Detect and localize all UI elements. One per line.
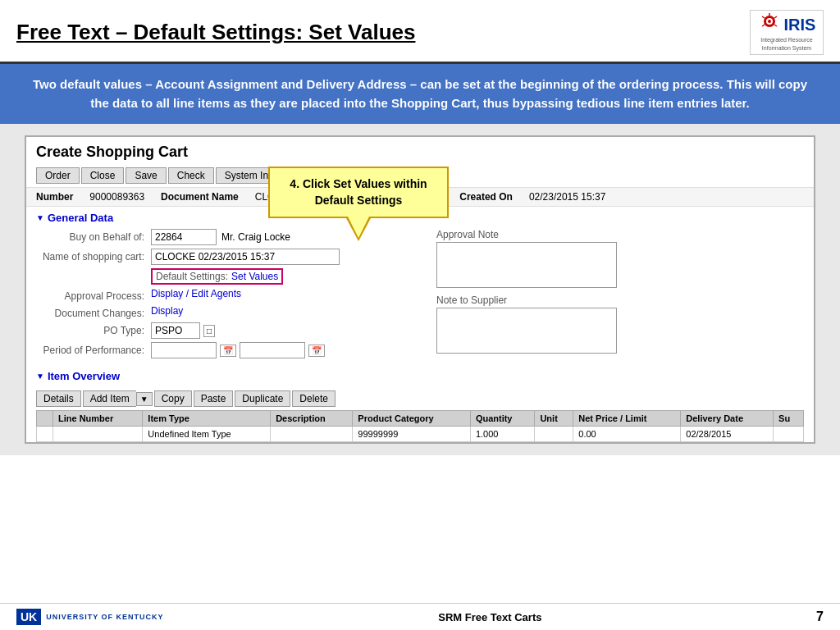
col-check — [37, 411, 53, 427]
triangle-icon: ▼ — [36, 213, 44, 222]
shopping-cart-name-input[interactable] — [151, 249, 340, 265]
po-type-label: PO Type: — [36, 322, 151, 336]
svg-line-5 — [774, 25, 777, 26]
paste-button[interactable]: Paste — [194, 390, 234, 407]
cart-panel: 4. Click Set Values within Default Setti… — [25, 135, 815, 444]
duplicate-button[interactable]: Duplicate — [235, 390, 290, 407]
callout-arrow-inner — [348, 217, 369, 238]
col-product-category: Product Category — [353, 411, 471, 427]
page-footer: UK University of Kentucky SRM Free Text … — [0, 603, 840, 630]
item-toolbar: Details Add Item ▼ Copy Paste Duplicate … — [36, 387, 804, 410]
period-row: Period of Performance: 📅 📅 — [36, 342, 412, 358]
note-supplier-label: Note to Supplier — [436, 294, 507, 306]
row-line-number — [53, 427, 143, 442]
perf-start-input[interactable] — [151, 342, 217, 358]
save-button[interactable]: Save — [126, 167, 166, 184]
col-delivery-date: Delivery Date — [681, 411, 774, 427]
page-title: Free Text – Default Settings: Set Values — [16, 20, 415, 45]
iris-logo-text: IRIS — [784, 16, 816, 34]
general-data-section: ▼ General Data Buy on Behalf of: Mr. Cra… — [26, 207, 814, 367]
iris-logo: IRIS Integrated ResourceInformation Syst… — [750, 10, 824, 55]
buy-on-behalf-name: Mr. Craig Locke — [221, 229, 290, 243]
col-su: Su — [774, 411, 804, 427]
default-settings-spacer — [36, 268, 151, 271]
add-item-split: Add Item ▼ — [83, 390, 153, 407]
general-data-title: General Data — [48, 212, 113, 224]
details-button[interactable]: Details — [36, 390, 81, 407]
buy-on-behalf-input[interactable] — [151, 229, 217, 245]
calendar-end-icon[interactable]: 📅 — [308, 345, 325, 357]
default-settings-box: Default Settings: Set Values — [151, 268, 283, 285]
svg-line-4 — [774, 16, 777, 18]
col-description: Description — [271, 411, 353, 427]
po-type-row: PO Type: □ — [36, 322, 412, 339]
row-quantity: 1.000 — [470, 427, 535, 442]
approval-note-label: Approval Note — [436, 229, 499, 240]
default-settings-row: Default Settings: Set Values — [36, 268, 412, 285]
item-overview-title: Item Overview — [48, 370, 120, 382]
default-settings-label: Default Settings: — [156, 271, 228, 282]
cart-panel-title: Create Shopping Cart — [26, 137, 814, 164]
row-su — [774, 427, 804, 442]
doc-name-label: Document Name — [161, 191, 239, 203]
form-left: Buy on Behalf of: Mr. Craig Locke Name o… — [36, 229, 412, 362]
check-button[interactable]: Check — [168, 167, 214, 184]
po-type-controls: □ — [151, 322, 215, 339]
svg-line-7 — [762, 25, 765, 26]
uk-university-name: University of Kentucky — [46, 613, 163, 621]
note-supplier-textarea[interactable] — [436, 308, 617, 354]
item-overview-section: ▼ Item Overview Details Add Item ▼ Copy … — [26, 367, 814, 442]
doc-changes-label: Document Changes: — [36, 305, 151, 319]
page-header: Free Text – Default Settings: Set Values… — [0, 0, 840, 64]
created-value: 02/23/2015 15:37 — [529, 191, 605, 203]
period-label: Period of Performance: — [36, 342, 151, 356]
footer-page-number: 7 — [816, 609, 824, 624]
po-copy-icon[interactable]: □ — [203, 325, 215, 337]
calendar-start-icon[interactable]: 📅 — [220, 345, 236, 357]
buy-on-behalf-label: Buy on Behalf of: — [36, 229, 151, 243]
approval-note-textarea[interactable] — [436, 242, 617, 288]
uk-initials: UK — [16, 609, 41, 625]
close-button[interactable]: Close — [81, 167, 125, 184]
col-item-type: Item Type — [143, 411, 271, 427]
shopping-cart-name-label: Name of shopping cart: — [36, 249, 151, 262]
approval-process-label: Approval Process: — [36, 288, 151, 302]
po-type-input[interactable] — [151, 322, 200, 339]
svg-line-6 — [762, 16, 765, 18]
col-line-number: Line Number — [53, 411, 143, 427]
col-unit: Unit — [535, 411, 573, 427]
shopping-cart-name-row: Name of shopping cart: — [36, 249, 412, 265]
perf-controls: 📅 📅 — [151, 342, 325, 358]
delete-button[interactable]: Delete — [292, 390, 336, 407]
approval-process-row: Approval Process: Display / Edit Agents — [36, 288, 412, 302]
table-row: Undefined Item Type 99999999 1.000 0.00 … — [37, 427, 804, 442]
created-label: Created On — [459, 191, 513, 203]
row-unit — [535, 427, 573, 442]
approval-process-link[interactable]: Display / Edit Agents — [151, 288, 241, 299]
copy-button[interactable]: Copy — [154, 390, 192, 407]
col-net-price: Net Price / Limit — [573, 411, 681, 427]
number-label: Number — [36, 191, 73, 203]
col-quantity: Quantity — [470, 411, 535, 427]
row-product-category: 99999999 — [353, 427, 471, 442]
footer-center-text: SRM Free Text Carts — [438, 611, 541, 623]
perf-end-input[interactable] — [240, 342, 305, 358]
order-button[interactable]: Order — [36, 167, 80, 184]
uk-logo: UK University of Kentucky — [16, 609, 164, 625]
approval-note-row: Approval Note — [436, 229, 804, 288]
svg-point-2 — [768, 20, 771, 23]
doc-changes-link[interactable]: Display — [151, 305, 183, 317]
note-supplier-row: Note to Supplier — [436, 294, 804, 354]
table-header-row: Line Number Item Type Description Produc… — [37, 411, 804, 427]
item-overview-header[interactable]: ▼ Item Overview — [36, 370, 804, 382]
callout-tooltip: 4. Click Set Values within Default Setti… — [268, 167, 449, 218]
form-right: Approval Note Note to Supplier — [428, 229, 804, 362]
items-table: Line Number Item Type Description Produc… — [36, 410, 804, 442]
row-item-type: Undefined Item Type — [143, 427, 271, 442]
info-box: Two default values – Account Assignment … — [0, 64, 840, 124]
set-values-link[interactable]: Set Values — [231, 271, 278, 282]
add-item-button[interactable]: Add Item — [83, 390, 136, 407]
row-delivery-date: 02/28/2015 — [681, 427, 774, 442]
add-item-dropdown-button[interactable]: ▼ — [136, 392, 153, 406]
row-net-price: 0.00 — [573, 427, 681, 442]
